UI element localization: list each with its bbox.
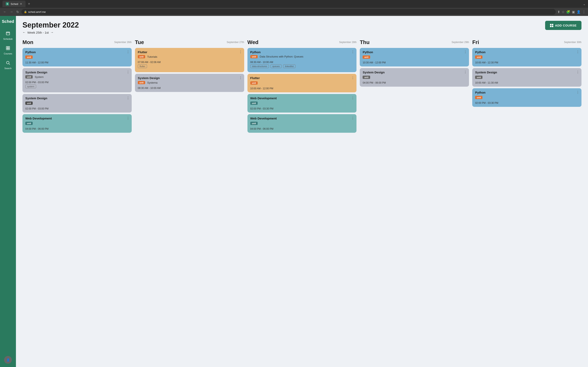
event-title: Python (25, 50, 129, 54)
calendar-grid: Mon September 26th ⋮ Python unit 11:30 A… (22, 39, 581, 133)
new-tab-button[interactable]: + (28, 2, 30, 6)
event-mon-system2[interactable]: ⋮ System Design unit 02:00 PM - 03:00 PM (22, 94, 132, 113)
sidebar-schedule-label: Schedule (3, 38, 13, 40)
page-header: September 2022 ← Week 25th - 1st → ADD C… (22, 21, 581, 34)
event-fri-python1[interactable]: ⋮ Python unit 10:00 AM - 12:30 PM (472, 48, 581, 67)
close-tab-button[interactable]: ✕ (20, 2, 22, 6)
event-menu-icon[interactable]: ⋮ (126, 96, 130, 100)
share-icon[interactable]: ⬆ (557, 10, 560, 14)
event-title: System Design (25, 96, 129, 100)
event-subtitle: Data Structures with Python: Queues (260, 55, 303, 58)
tuesday-column: Tue September 27th ⋮ Flutter unit Tutori… (135, 39, 244, 133)
extensions-icon[interactable]: 🧩 (566, 10, 570, 14)
chrome-menu-icon[interactable]: ⌄ (583, 2, 586, 6)
event-menu-icon[interactable]: ⋮ (576, 50, 579, 54)
event-menu-icon[interactable]: ⋮ (351, 96, 355, 100)
event-wed-flutter[interactable]: ⋮ Flutter unit 10:00 AM - 12:00 PM (247, 74, 357, 92)
user-avatar[interactable]: 👤 (4, 356, 12, 364)
event-title: System Design (25, 71, 129, 74)
thursday-name: Thu (360, 39, 370, 45)
event-mon-webdev[interactable]: ⋮ Web Development unit 04:00 PM - 06:00 … (22, 114, 132, 133)
event-menu-icon[interactable]: ⋮ (351, 116, 355, 120)
sidebar-toggle-icon[interactable]: ▣ (572, 10, 575, 14)
event-menu-icon[interactable]: ⋮ (351, 76, 355, 80)
event-tag-queues: queues (270, 64, 282, 68)
event-wed-python[interactable]: ⋮ Python unit Data Structures with Pytho… (247, 48, 357, 72)
event-mon-system1[interactable]: ⋮ System Design unit System 02:00 PM - 0… (22, 68, 132, 92)
event-title: Python (475, 91, 579, 94)
event-menu-icon[interactable]: ⋮ (126, 70, 130, 74)
event-fri-python2[interactable]: ⋮ Python unit 02:00 PM - 03:30 PM (472, 88, 581, 107)
event-tag: unit (363, 55, 370, 59)
sidebar: Sched Schedule Courses Search 👤 (0, 16, 16, 367)
chrome-options-icon[interactable]: ⋮ (582, 10, 586, 14)
svg-line-9 (9, 64, 10, 65)
event-tag: unit (138, 55, 145, 58)
event-time: 10:00 AM - 11:30 AM (475, 81, 579, 84)
address-bar[interactable]: 🔒 sched.amrf.me (21, 9, 556, 15)
event-time: 10:00 AM - 12:00 PM (250, 87, 354, 90)
event-menu-icon[interactable]: ⋮ (576, 70, 579, 74)
event-menu-icon[interactable]: ⋮ (464, 70, 467, 74)
back-button[interactable]: ← (2, 9, 7, 15)
event-menu-icon[interactable]: ⋮ (351, 50, 355, 54)
bookmark-icon[interactable]: ☆ (562, 10, 564, 14)
event-tag-system: system (25, 85, 36, 88)
svg-point-8 (7, 61, 9, 64)
event-thu-system[interactable]: ⋮ System Design unit 04:00 PM - 06:00 PM (360, 68, 469, 87)
event-time: 02:00 PM - 03:30 PM (250, 107, 354, 110)
event-title: Python (363, 50, 466, 54)
event-title: Web Development (250, 96, 354, 100)
search-icon (6, 60, 10, 66)
favicon: S (6, 2, 9, 6)
event-title: System Design (475, 71, 579, 74)
event-tag: unit (250, 101, 258, 105)
event-tue-system[interactable]: ⋮ System Design unit Systema 08:30 AM - … (135, 74, 244, 92)
sidebar-item-courses[interactable]: Courses (1, 43, 15, 57)
event-time: 08:30 AM - 10:00 AM (138, 87, 241, 90)
next-week-button[interactable]: → (51, 31, 54, 34)
add-course-label: ADD COURSE (555, 24, 577, 27)
tuesday-header: Tue September 27th (135, 39, 244, 45)
forward-button[interactable]: → (9, 9, 14, 15)
sidebar-courses-label: Courses (4, 52, 12, 55)
event-tag: unit (250, 55, 258, 58)
reload-button[interactable]: ↻ (16, 9, 20, 15)
event-title: System Design (138, 76, 241, 80)
profile-icon[interactable]: 👤 (577, 10, 581, 14)
nav-bar: ← → ↻ 🔒 sched.amrf.me ⬆ ☆ 🧩 ▣ 👤 ⋮ (0, 8, 588, 16)
event-wed-webdev2[interactable]: ⋮ Web Development unit 04:00 PM - 06:00 … (247, 114, 357, 133)
event-tag: unit (25, 122, 33, 125)
wednesday-column: Wed September 28th ⋮ Python unit Data St… (247, 39, 357, 133)
app-logo: Sched (2, 19, 14, 24)
event-time: 11:30 AM - 12:00 PM (25, 61, 129, 64)
event-menu-icon[interactable]: ⋮ (576, 90, 579, 94)
svg-rect-7 (8, 48, 9, 50)
event-menu-icon[interactable]: ⋮ (464, 50, 467, 54)
title-bar: S Sched ✕ + ⌄ (0, 0, 588, 8)
event-tags-row: system (25, 85, 129, 89)
sidebar-item-schedule[interactable]: Schedule (1, 29, 15, 43)
event-tue-flutter[interactable]: ⋮ Flutter unit Tutorials 07:08 AM - 02:0… (135, 48, 244, 72)
event-time: 02:00 PM - 03:30 PM (475, 101, 579, 104)
event-thu-python[interactable]: ⋮ Python unit 10:30 AM - 12:00 PM (360, 48, 469, 67)
event-menu-icon[interactable]: ⋮ (126, 116, 130, 120)
event-menu-icon[interactable]: ⋮ (126, 50, 130, 54)
event-wed-webdev1[interactable]: ⋮ Web Development unit 02:00 PM - 03:30 … (247, 94, 357, 113)
monday-column: Mon September 26th ⋮ Python unit 11:30 A… (22, 39, 132, 133)
event-fri-system[interactable]: ⋮ System Design unit 10:00 AM - 11:30 AM (472, 68, 581, 87)
prev-week-button[interactable]: ← (22, 31, 26, 34)
app-container: Sched Schedule Courses Search 👤 S (0, 16, 588, 367)
event-tag: unit (250, 81, 258, 85)
monday-name: Mon (22, 39, 33, 45)
event-time: 02:00 PM - 03:00 PM (25, 81, 129, 84)
svg-rect-4 (6, 47, 8, 48)
event-time: 04:00 PM - 06:00 PM (250, 127, 354, 130)
browser-tab[interactable]: S Sched ✕ (2, 1, 26, 7)
event-menu-icon[interactable]: ⋮ (239, 76, 242, 80)
add-course-button[interactable]: ADD COURSE (545, 21, 581, 30)
sidebar-item-search[interactable]: Search (1, 58, 15, 72)
event-tags-row: data-structures queues linkedlist (250, 64, 354, 69)
event-menu-icon[interactable]: ⋮ (239, 50, 242, 54)
event-mon-python[interactable]: ⋮ Python unit 11:30 AM - 12:00 PM (22, 48, 132, 67)
